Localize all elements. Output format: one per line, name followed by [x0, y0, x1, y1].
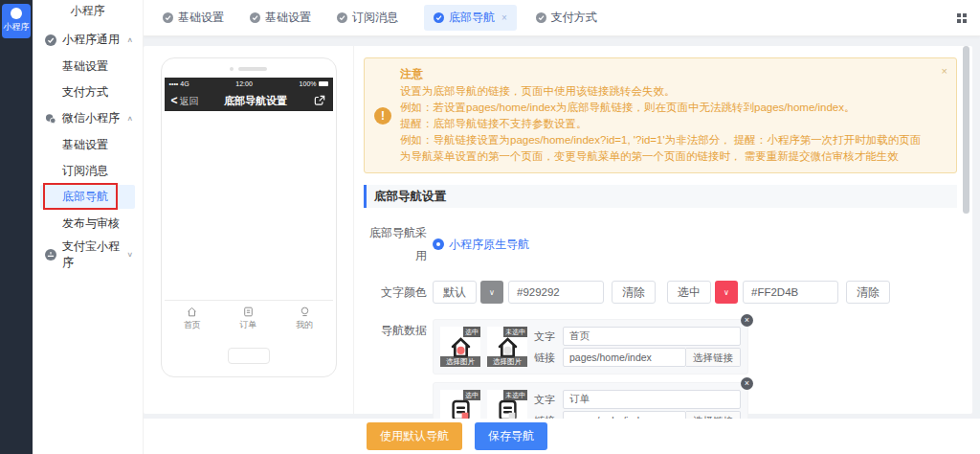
phone-screen: •••• 4G 12:00 100% <返回 底部导航设置 首页 [165, 78, 333, 336]
text-field-label: 文字 [534, 393, 563, 407]
tab-bar: 基础设置 基础设置 订阅消息 底部导航 × 支付方式 [144, 0, 980, 36]
sidebar-title: 小程序 [33, 0, 143, 27]
pick-image-button[interactable]: 选择图片 [440, 356, 480, 367]
check-circle-icon [434, 12, 444, 23]
sidebar-item-bottom-nav[interactable]: 底部导航 [40, 185, 135, 209]
warning-icon: ! [374, 107, 391, 125]
pick-link-button[interactable]: 选择链接 [686, 348, 741, 367]
battery-icon [319, 81, 328, 86]
selected-badge: 选中 [463, 327, 480, 337]
wechat-icon [45, 113, 56, 125]
clock: 12:00 [235, 80, 253, 87]
native-nav-radio[interactable]: 小程序原生导航 [433, 237, 529, 253]
link-field-label: 链接 [534, 351, 563, 365]
selected-color-label: 选中 [667, 281, 711, 304]
rail-item-miniprogram[interactable]: 小程序 [2, 4, 31, 38]
alert-line: 设置为底部导航的链接，页面中使用该链接跳转会失效。 [400, 83, 931, 100]
tab-bottom-nav[interactable]: 底部导航 × [424, 5, 517, 31]
sidebar-group-alipay-miniprogram[interactable]: 支付宝小程序 ∨ [33, 241, 143, 267]
check-circle-icon [536, 12, 546, 23]
share-icon[interactable] [313, 94, 326, 107]
unselected-image-upload[interactable]: 未选中 选择图片 [487, 327, 527, 367]
radio-label: 小程序原生导航 [449, 237, 529, 253]
chevron-down-icon: ∨ [724, 288, 729, 297]
tab-label: 基础设置 [178, 10, 224, 26]
sidebar-item-basic-settings[interactable]: 基础设置 [33, 54, 143, 79]
tab-label: 基础设置 [265, 10, 311, 26]
phone-tab-mine[interactable]: 我的 [277, 301, 333, 336]
sidebar-group-miniprogram-common[interactable]: 小程序通用 ∧ [33, 27, 143, 53]
tab-label: 支付方式 [551, 10, 597, 26]
text-field-label: 文字 [534, 329, 563, 344]
selected-image-upload[interactable]: 选中 选择图片 [440, 327, 480, 367]
sidebar-group-wechat-miniprogram[interactable]: 微信小程序 ∧ [33, 105, 143, 131]
warning-alert: ! 注意 设置为底部导航的链接，页面中使用该链接跳转会失效。 例如：若设置pag… [364, 57, 957, 173]
sidebar: 小程序 小程序通用 ∧ 基础设置 支付方式 微信小程序 ∧ 基础设置 订阅消息 … [33, 0, 144, 454]
alert-close-icon[interactable]: × [942, 65, 947, 77]
tab-subscribe-message[interactable]: 订阅消息 [337, 10, 398, 26]
main-card: •••• 4G 12:00 100% <返回 底部导航设置 首页 [144, 46, 972, 414]
tab-label: 底部导航 [449, 10, 495, 26]
remove-row-icon[interactable]: × [741, 377, 753, 390]
selected-badge: 选中 [463, 390, 480, 400]
group-label: 小程序通用 [62, 32, 120, 48]
clear-selected-color-button[interactable]: 清除 [846, 281, 890, 304]
remove-row-icon[interactable]: × [741, 314, 753, 327]
grid-menu-icon[interactable] [957, 13, 967, 23]
clear-default-color-button[interactable]: 清除 [612, 281, 656, 304]
use-default-nav-button[interactable]: 使用默认导航 [367, 422, 462, 450]
phone-home-button [228, 348, 270, 364]
default-color-input[interactable] [508, 281, 604, 304]
radio-selected-icon [433, 238, 444, 250]
alert-line: 例如：若设置pages/home/index为底部导航链接，则在页面中无法跳转到… [400, 100, 931, 116]
chevron-down-icon: ∨ [126, 251, 133, 259]
pick-image-button[interactable]: 选择图片 [487, 356, 527, 367]
alert-line: 例如：导航链接设置为pages/home/index?id=1, '?id=1'… [400, 132, 931, 165]
nav-text-input[interactable] [563, 390, 741, 409]
alert-line: 提醒：底部导航链接不支持参数设置。 [400, 116, 931, 132]
tab-close-icon[interactable]: × [501, 12, 507, 23]
unselected-badge: 未选中 [503, 327, 527, 337]
alert-title: 注意 [400, 66, 931, 82]
phone-tab-home[interactable]: 首页 [165, 301, 221, 336]
nav-text-input[interactable] [563, 327, 741, 346]
adopt-label: 底部导航采用 [364, 221, 427, 267]
sidebar-item-label: 底部导航 [62, 190, 108, 203]
selected-color-picker[interactable]: ∨ [715, 281, 738, 304]
battery-indicator: 100% [300, 80, 328, 87]
phone-speaker [162, 67, 336, 71]
nav-data-label: 导航数据 [364, 319, 427, 342]
selected-color-input[interactable] [743, 281, 838, 304]
chevron-up-icon: ∧ [126, 115, 133, 123]
signal-indicator: •••• 4G [169, 80, 189, 87]
tab-basic-settings-1[interactable]: 基础设置 [163, 10, 224, 26]
unselected-badge: 未选中 [503, 390, 527, 400]
sidebar-item-basic-settings-wechat[interactable]: 基础设置 [33, 132, 143, 157]
check-circle-icon [337, 12, 347, 23]
phone-tab-order[interactable]: 订单 [220, 301, 277, 336]
sidebar-item-subscribe-message[interactable]: 订阅消息 [33, 158, 143, 183]
default-color-picker[interactable]: ∨ [480, 281, 503, 304]
check-circle-icon [163, 12, 173, 23]
nav-link-input[interactable] [563, 348, 686, 367]
tab-basic-settings-2[interactable]: 基础设置 [250, 10, 311, 26]
group-label: 支付宝小程序 [62, 238, 126, 271]
save-nav-button[interactable]: 保存导航 [475, 422, 547, 450]
phone-nav-bar: <返回 底部导航设置 [165, 90, 333, 111]
miniprogram-check-icon [11, 8, 22, 19]
chevron-down-icon: ∨ [489, 288, 495, 297]
phone-status-bar: •••• 4G 12:00 100% [165, 78, 333, 90]
scrollbar[interactable] [963, 46, 969, 214]
tab-payment-method[interactable]: 支付方式 [536, 10, 597, 26]
phone-preview-pane: •••• 4G 12:00 100% <返回 底部导航设置 首页 [144, 46, 354, 414]
footer-action-bar: 使用默认导航 保存导航 [144, 419, 980, 454]
section-title: 底部导航设置 [364, 185, 957, 208]
phone-frame: •••• 4G 12:00 100% <返回 底部导航设置 首页 [161, 57, 337, 377]
chevron-up-icon: ∧ [126, 36, 133, 44]
user-icon [299, 306, 311, 318]
alipay-icon [45, 249, 56, 261]
sidebar-item-publish-review[interactable]: 发布与审核 [33, 211, 143, 236]
sidebar-item-payment-method[interactable]: 支付方式 [33, 79, 143, 104]
back-button[interactable]: <返回 [171, 94, 199, 108]
rail-item-label: 小程序 [4, 21, 30, 34]
